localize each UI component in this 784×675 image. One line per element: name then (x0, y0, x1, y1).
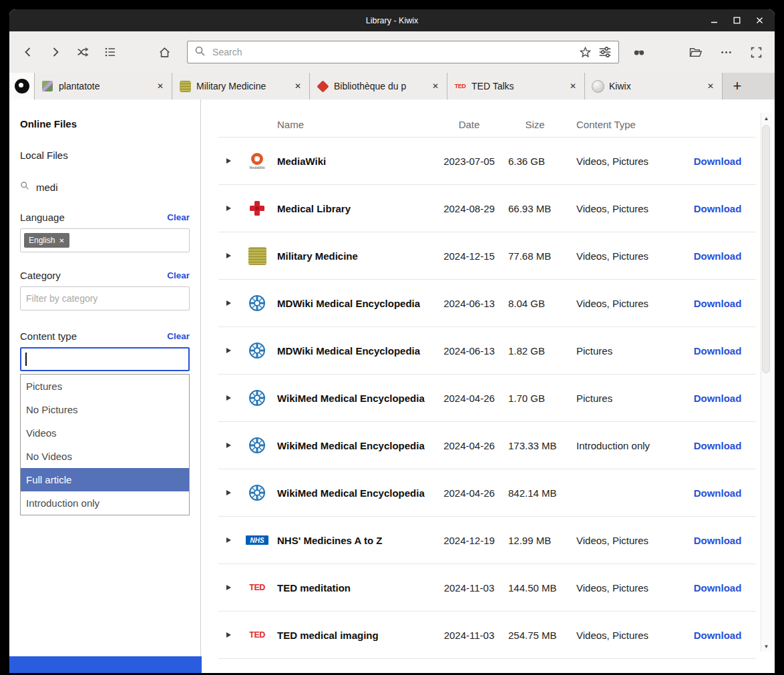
binoculars-icon[interactable] (627, 40, 650, 64)
scrollbar-down-icon[interactable]: ▼ (761, 641, 772, 652)
table-row[interactable]: MDWiki Medical Encyclopedia 2024-06-13 8… (218, 280, 756, 327)
minimize-button[interactable] (703, 9, 725, 31)
expand-arrow-icon[interactable] (226, 206, 231, 211)
download-button[interactable]: Download (679, 298, 756, 309)
sidebar-item-local-files[interactable]: Local Files (20, 150, 190, 161)
download-button[interactable]: Download (679, 487, 756, 499)
chip-close-icon[interactable]: ✕ (59, 237, 64, 244)
scrollbar[interactable]: ▲ ▼ (761, 113, 772, 652)
expand-arrow-icon[interactable] (226, 348, 231, 353)
expand-arrow-icon[interactable] (226, 585, 231, 590)
language-clear-button[interactable]: Clear (167, 212, 190, 222)
scrollbar-thumb[interactable] (762, 125, 770, 373)
content-type-option-pictures[interactable]: Pictures (21, 375, 189, 398)
maximize-button[interactable] (725, 9, 748, 31)
mdwiki-icon (248, 341, 266, 360)
tab-label: plantatote (59, 81, 152, 91)
table-of-contents-icon[interactable] (99, 40, 122, 64)
forward-button[interactable] (43, 40, 67, 64)
random-article-icon[interactable] (71, 40, 94, 64)
book-content-type: Videos, Pictures (566, 535, 679, 546)
tab-close-icon[interactable]: ✕ (154, 80, 166, 92)
expand-arrow-icon[interactable] (226, 395, 231, 401)
table-row[interactable]: NHS NHS' Medicines A to Z 2024-12-19 12.… (218, 517, 756, 564)
military-medicine-icon (180, 81, 191, 92)
header-date: Date (434, 119, 504, 130)
expand-arrow-icon[interactable] (226, 490, 231, 495)
content-type-option-no-videos[interactable]: No Videos (21, 445, 189, 468)
tab-label: TED Talks (471, 81, 564, 91)
download-button[interactable]: Download (679, 393, 756, 404)
table-row[interactable]: TED TED meditation 2024-11-03 144.50 MB … (218, 564, 756, 612)
tab-plantatote[interactable]: plantatote ✕ (35, 73, 172, 99)
close-button[interactable] (748, 9, 771, 31)
download-button[interactable]: Download (679, 630, 756, 641)
tab-close-icon[interactable]: ✕ (705, 80, 717, 92)
fullscreen-icon[interactable] (745, 40, 768, 64)
table-row[interactable]: WikiMed Medical Encyclopedia 2024-04-26 … (218, 422, 756, 469)
sidebar-search[interactable]: medi (20, 181, 190, 193)
table-row[interactable]: WikiMed Medical Encyclopedia 2024-04-26 … (218, 375, 756, 422)
scrollbar-up-icon[interactable]: ▲ (761, 113, 772, 124)
book-date: 2023-07-05 (434, 156, 504, 167)
open-file-icon[interactable] (684, 40, 707, 64)
download-button[interactable]: Download (679, 250, 756, 262)
content-type-clear-button[interactable]: Clear (167, 331, 190, 341)
content-type-option-introduction-only[interactable]: Introduction only (21, 491, 189, 515)
language-chip[interactable]: English ✕ (24, 233, 69, 248)
expand-arrow-icon[interactable] (226, 253, 231, 258)
ted-icon: TED (249, 583, 265, 592)
content-type-option-videos[interactable]: Videos (21, 421, 189, 445)
tab-close-icon[interactable]: ✕ (429, 80, 441, 92)
main-toolbar (9, 31, 775, 73)
back-button[interactable] (16, 40, 39, 64)
books-list: Name Date Size Content Type MediaWiki Me… (201, 99, 775, 673)
expand-arrow-icon[interactable] (226, 632, 231, 638)
content-type-option-no-pictures[interactable]: No Pictures (21, 398, 189, 421)
category-clear-button[interactable]: Clear (167, 270, 190, 280)
expand-arrow-icon[interactable] (226, 443, 231, 448)
book-date: 2024-12-15 (434, 250, 504, 262)
table-row[interactable]: MediaWiki MediaWiki 2023-07-05 6.36 GB V… (218, 138, 756, 185)
table-row[interactable]: Military Medicine 2024-12-15 77.68 MB Vi… (218, 232, 756, 280)
table-row[interactable]: WikiMed Medical Encyclopedia 2024-04-26 … (218, 469, 756, 517)
new-tab-button[interactable]: + (723, 73, 752, 99)
tab-biblioth-que-du-p[interactable]: Bibliothèque du p ✕ (310, 73, 447, 99)
language-select-box[interactable]: English ✕ (20, 228, 190, 252)
bookmark-star-icon[interactable] (579, 46, 592, 59)
download-button[interactable]: Download (679, 440, 756, 451)
header-size: Size (504, 119, 566, 130)
kiwix-bird-icon (15, 79, 29, 93)
download-button[interactable]: Download (679, 345, 756, 357)
tab-bar: plantatote ✕ Military Medicine ✕ Bibliot… (9, 73, 775, 99)
download-button[interactable]: Download (679, 582, 756, 594)
book-size: 1.70 GB (504, 393, 566, 404)
filter-sliders-icon[interactable] (598, 45, 612, 59)
content-type-option-full-article[interactable]: Full article (21, 468, 189, 491)
book-title: WikiMed Medical Encyclopedia (276, 393, 434, 404)
expand-arrow-icon[interactable] (226, 300, 231, 306)
download-button[interactable]: Download (679, 156, 756, 167)
expand-arrow-icon[interactable] (226, 158, 231, 164)
download-button[interactable]: Download (679, 203, 756, 214)
search-input[interactable] (211, 46, 575, 58)
book-date: 2024-08-29 (434, 203, 504, 214)
content-type-input[interactable] (20, 347, 190, 371)
download-button[interactable]: Download (679, 535, 756, 546)
tab-close-icon[interactable]: ✕ (292, 80, 304, 92)
expand-arrow-icon[interactable] (226, 537, 231, 543)
table-row[interactable]: Medical Library 2024-08-29 66.93 MB Vide… (218, 185, 756, 232)
table-row[interactable]: TED TED medical imaging 2024-11-03 254.7… (218, 612, 756, 659)
tab-kiwix[interactable]: Kiwix ✕ (585, 73, 723, 99)
sidebar-item-online-files[interactable]: Online Files (20, 118, 190, 130)
book-date: 2024-06-13 (434, 298, 504, 309)
tab-ted-talks[interactable]: TED TED Talks ✕ (447, 73, 585, 99)
tab-military-medicine[interactable]: Military Medicine ✕ (172, 73, 310, 99)
more-options-icon[interactable] (715, 40, 738, 64)
table-row[interactable]: MDWiki Medical Encyclopedia 2024-06-13 1… (218, 327, 756, 375)
category-filter-input[interactable] (20, 286, 190, 310)
tab-library[interactable] (9, 73, 35, 99)
book-size: 1.82 GB (504, 345, 566, 357)
home-button[interactable] (153, 40, 176, 64)
tab-close-icon[interactable]: ✕ (567, 80, 579, 92)
